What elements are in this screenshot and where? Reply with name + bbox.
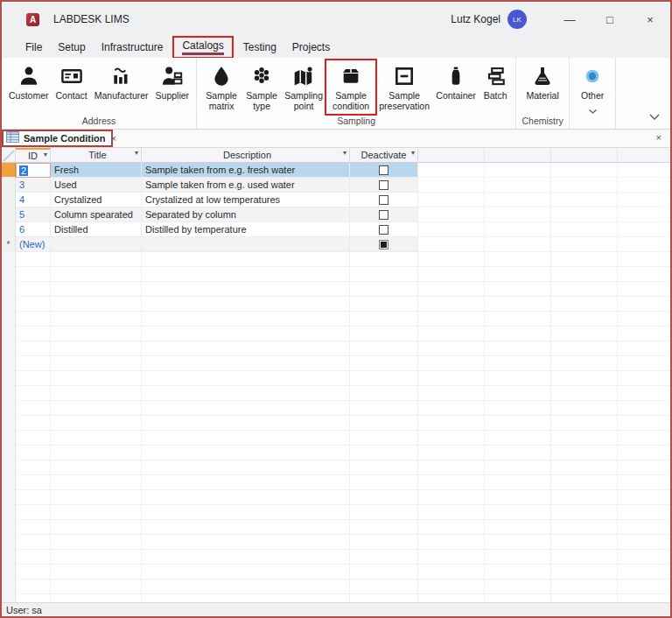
row-selector[interactable] bbox=[2, 178, 16, 193]
deactivate-cell[interactable] bbox=[350, 193, 418, 207]
deactivate-cell[interactable] bbox=[350, 178, 418, 193]
column-header-description[interactable]: Description ▾ bbox=[142, 148, 350, 163]
column-header-title[interactable]: Title ▾ bbox=[51, 148, 142, 163]
menu-item-infrastructure[interactable]: Infrastructure bbox=[94, 39, 172, 55]
group-label-address: Address bbox=[2, 116, 196, 129]
checkbox-unchecked[interactable] bbox=[379, 165, 388, 175]
material-button[interactable]: Material bbox=[521, 61, 564, 102]
menu-item-setup[interactable]: Setup bbox=[50, 39, 93, 55]
menu-bar: File Setup Infrastructure Catalogs Testi… bbox=[2, 37, 670, 58]
window-title: LABDESK LIMS bbox=[53, 13, 130, 25]
sample-matrix-button[interactable]: Sample matrix bbox=[201, 61, 242, 113]
id-cell[interactable]: 6 bbox=[16, 222, 51, 237]
ribbon-spacer bbox=[616, 58, 670, 129]
id-cell[interactable]: 4 bbox=[16, 193, 51, 207]
title-cell[interactable]: Distilled bbox=[51, 222, 142, 237]
table-icon bbox=[6, 130, 19, 146]
honeycomb-icon bbox=[250, 63, 273, 89]
table-row[interactable]: 3 Used Sample taken from e.g. used water bbox=[2, 178, 670, 193]
select-all-corner[interactable] bbox=[2, 148, 16, 163]
table-row[interactable]: 2 Fresh Sample taken from e.g. fresh wat… bbox=[2, 163, 670, 178]
description-cell[interactable]: Crystalized at low temperatures bbox=[142, 193, 350, 207]
sampling-point-button[interactable]: Sampling point bbox=[282, 61, 326, 113]
title-cell[interactable]: Used bbox=[51, 178, 142, 193]
description-cell[interactable] bbox=[142, 237, 350, 252]
close-button[interactable]: × bbox=[630, 2, 670, 37]
sample-preservation-button[interactable]: Sample preservation bbox=[376, 61, 432, 113]
bottle-icon bbox=[444, 63, 467, 89]
deactivate-cell[interactable] bbox=[350, 222, 418, 237]
description-cell[interactable]: Sample taken from e.g. fresh water bbox=[142, 163, 350, 178]
checkbox-unchecked[interactable] bbox=[379, 180, 388, 190]
deactivate-cell[interactable] bbox=[350, 163, 418, 178]
menu-item-projects[interactable]: Projects bbox=[284, 39, 338, 55]
title-cell[interactable]: Crystalized bbox=[51, 193, 142, 207]
contact-button[interactable]: Contact bbox=[53, 61, 90, 102]
table-row[interactable]: 6 Distilled Distilled by temperature bbox=[2, 222, 670, 237]
header-filler bbox=[618, 148, 670, 163]
manufacturer-button[interactable]: Manufacturer bbox=[92, 61, 151, 102]
sample-type-button[interactable]: Sample type bbox=[243, 61, 280, 113]
sample-condition-button[interactable]: Sample condition bbox=[327, 61, 374, 113]
app-window: A LABDESK LIMS Lutz Kogel LK — □ × File … bbox=[0, 0, 672, 618]
tabstrip-close-icon[interactable]: × bbox=[656, 132, 662, 143]
header-filler bbox=[485, 148, 551, 163]
new-row-selector[interactable]: * bbox=[2, 237, 16, 252]
grid-header-row: ID ▾ Title ▾ Description ▾ Deactivate ▾ bbox=[2, 148, 670, 163]
other-dropdown-button[interactable]: Other bbox=[574, 61, 611, 119]
deactivate-cell[interactable] bbox=[350, 207, 418, 222]
title-cell[interactable]: Column spearated bbox=[51, 207, 142, 222]
table-row[interactable]: 4 Crystalized Crystalized at low tempera… bbox=[2, 193, 670, 207]
container-button[interactable]: Container bbox=[434, 61, 478, 102]
maximize-button[interactable]: □ bbox=[590, 2, 630, 37]
menu-item-catalogs[interactable]: Catalogs bbox=[174, 38, 231, 57]
column-header-id[interactable]: ID ▾ bbox=[16, 148, 51, 163]
sort-dropdown-icon[interactable]: ▾ bbox=[343, 149, 346, 157]
ribbon-group-other: Other bbox=[570, 58, 616, 129]
title-cell[interactable]: Fresh bbox=[51, 163, 142, 178]
sort-dropdown-icon[interactable]: ▾ bbox=[135, 149, 138, 157]
new-record-row[interactable]: * (New) bbox=[2, 237, 670, 252]
tab-close-icon[interactable]: × bbox=[111, 133, 116, 144]
flask-icon bbox=[531, 63, 554, 89]
chevron-down-icon bbox=[589, 102, 597, 117]
description-cell[interactable]: Sample taken from e.g. used water bbox=[142, 178, 350, 193]
title-cell[interactable] bbox=[51, 237, 142, 252]
person-icon bbox=[18, 63, 40, 89]
user-avatar[interactable]: LK bbox=[508, 10, 527, 29]
batch-button[interactable]: Batch bbox=[480, 61, 511, 102]
row-selector[interactable] bbox=[2, 222, 16, 237]
checkbox-unchecked[interactable] bbox=[379, 210, 388, 220]
blue-sphere-icon bbox=[583, 63, 602, 89]
ribbon-collapse-chevron-icon[interactable] bbox=[649, 108, 660, 123]
checkbox-default-filled[interactable] bbox=[379, 240, 388, 249]
id-cell[interactable]: 3 bbox=[16, 178, 51, 193]
description-cell[interactable]: Distilled by temperature bbox=[142, 222, 350, 237]
customer-button[interactable]: Customer bbox=[6, 61, 52, 102]
column-header-deactivate[interactable]: Deactivate ▾ bbox=[350, 148, 418, 163]
row-selector[interactable] bbox=[2, 207, 16, 222]
menu-item-file[interactable]: File bbox=[18, 39, 50, 55]
app-logo-icon: A bbox=[26, 13, 39, 26]
description-cell[interactable]: Separated by column bbox=[142, 207, 350, 222]
status-bar: User: sa bbox=[2, 602, 670, 616]
sort-dropdown-icon[interactable]: ▾ bbox=[411, 149, 415, 157]
row-selector-current[interactable] bbox=[2, 163, 16, 178]
contact-card-icon bbox=[60, 63, 83, 89]
checkbox-unchecked[interactable] bbox=[379, 225, 388, 235]
id-cell[interactable]: 5 bbox=[16, 207, 51, 222]
id-cell-editing[interactable]: 2 bbox=[16, 163, 51, 178]
sort-dropdown-icon[interactable]: ▾ bbox=[44, 151, 47, 158]
table-row[interactable]: 5 Column spearated Separated by column bbox=[2, 207, 670, 222]
user-name: Lutz Kogel bbox=[451, 13, 500, 25]
checkbox-unchecked[interactable] bbox=[379, 195, 388, 205]
title-bar: A LABDESK LIMS Lutz Kogel LK — □ × bbox=[2, 2, 670, 37]
id-cell[interactable]: (New) bbox=[16, 237, 51, 252]
droplet-icon bbox=[210, 63, 233, 89]
supplier-button[interactable]: Supplier bbox=[153, 61, 192, 102]
row-selector[interactable] bbox=[2, 193, 16, 207]
tab-sample-condition[interactable]: Sample Condition × bbox=[2, 130, 113, 147]
minimize-button[interactable]: — bbox=[550, 2, 590, 37]
menu-item-testing[interactable]: Testing bbox=[235, 39, 284, 55]
deactivate-cell[interactable] bbox=[350, 237, 418, 252]
